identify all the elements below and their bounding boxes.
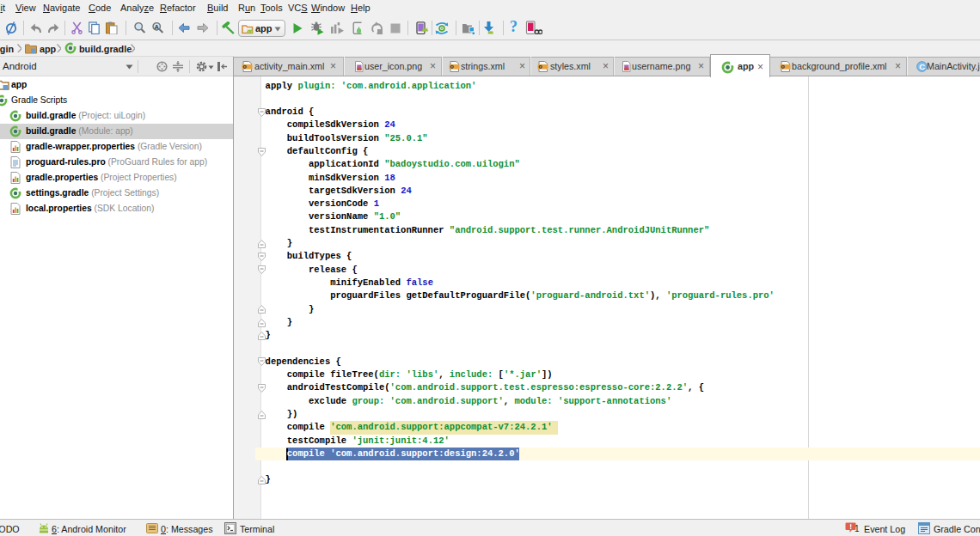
svg-text:C: C bbox=[919, 62, 925, 71]
svg-text:A: A bbox=[155, 23, 160, 31]
